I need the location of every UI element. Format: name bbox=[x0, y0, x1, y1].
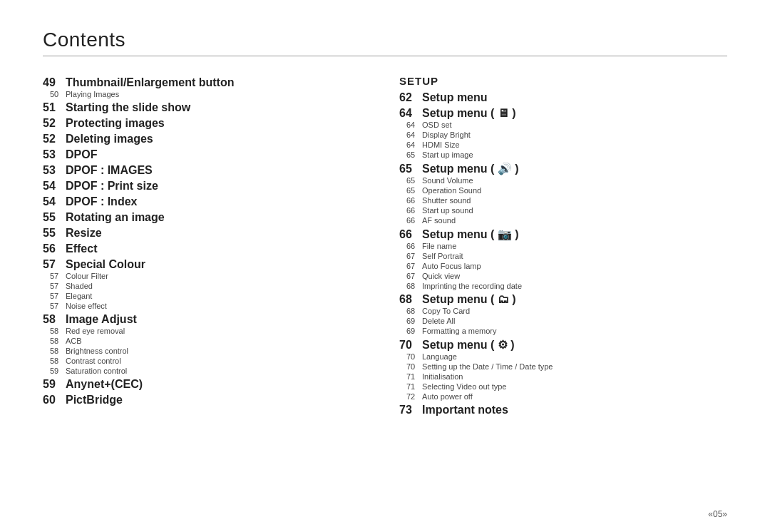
toc-num: 66 bbox=[399, 242, 422, 250]
toc-num: 64 bbox=[399, 140, 422, 149]
toc-label: Starting the slide show bbox=[66, 101, 190, 114]
toc-label: DPOF : IMAGES bbox=[66, 164, 153, 177]
toc-label: Important notes bbox=[422, 404, 508, 416]
toc-num: 57 bbox=[43, 272, 66, 280]
toc-entry: 66Start up sound bbox=[399, 206, 727, 215]
toc-entry: 60PictBridge bbox=[43, 394, 371, 406]
toc-num: 66 bbox=[399, 216, 422, 225]
toc-num: 71 bbox=[399, 382, 422, 391]
toc-entry: 68Copy To Card bbox=[399, 307, 727, 315]
toc-label: Contrast control bbox=[66, 357, 121, 365]
toc-num: 67 bbox=[399, 252, 422, 260]
toc-entry: 53DPOF bbox=[43, 148, 371, 161]
toc-entry: 65Setup menu ( 🔊 ) bbox=[399, 162, 727, 175]
toc-label: Setup menu ( 🔊 ) bbox=[422, 162, 519, 175]
toc-label: Setup menu ( 📷 ) bbox=[422, 227, 519, 241]
toc-num: 64 bbox=[399, 131, 422, 139]
toc-entry: 56Effect bbox=[43, 242, 371, 255]
toc-num: 58 bbox=[43, 327, 66, 335]
toc-num: 55 bbox=[43, 211, 66, 224]
toc-num: 51 bbox=[43, 101, 66, 114]
toc-label: Effect bbox=[66, 242, 97, 255]
toc-label: Operation Sound bbox=[422, 186, 481, 195]
toc-entry: 59Anynet+(CEC) bbox=[43, 378, 371, 391]
toc-num: 65 bbox=[399, 150, 422, 159]
toc-num: 59 bbox=[43, 367, 66, 375]
toc-num: 68 bbox=[399, 293, 422, 306]
toc-label: Elegant bbox=[66, 292, 92, 300]
left-column: 49Thumbnail/Enlargement button50Playing … bbox=[43, 73, 371, 417]
toc-entry: 54DPOF : Index bbox=[43, 195, 371, 208]
toc-entry: 69Delete All bbox=[399, 317, 727, 325]
toc-entry: 68Setup menu ( 🗂 ) bbox=[399, 293, 727, 306]
toc-num: 64 bbox=[399, 107, 422, 120]
toc-entry: 52Protecting images bbox=[43, 117, 371, 130]
toc-num: 67 bbox=[399, 262, 422, 270]
toc-entry: 54DPOF : Print size bbox=[43, 180, 371, 193]
toc-columns: 49Thumbnail/Enlargement button50Playing … bbox=[43, 73, 727, 417]
toc-num: 65 bbox=[399, 163, 422, 175]
page: Contents 49Thumbnail/Enlargement button5… bbox=[0, 0, 770, 439]
toc-entry: 52Deleting images bbox=[43, 133, 371, 145]
toc-label: Shutter sound bbox=[422, 196, 471, 205]
toc-label: Thumbnail/Enlargement button bbox=[66, 76, 234, 89]
toc-entry: 64HDMI Size bbox=[399, 140, 727, 149]
toc-label: Initialisation bbox=[422, 372, 463, 381]
toc-label: ACB bbox=[66, 337, 82, 345]
toc-num: 62 bbox=[399, 91, 422, 104]
toc-entry: 67Auto Focus lamp bbox=[399, 262, 727, 270]
toc-num: 70 bbox=[399, 362, 422, 371]
toc-entry: 57Shaded bbox=[43, 282, 371, 290]
toc-label: Start up sound bbox=[422, 206, 473, 215]
toc-label: Copy To Card bbox=[422, 307, 470, 315]
toc-label: Saturation control bbox=[66, 367, 127, 375]
toc-entry: 51Starting the slide show bbox=[43, 101, 371, 114]
toc-entry: 70Setting up the Date / Time / Date type bbox=[399, 362, 727, 371]
toc-label: Auto power off bbox=[422, 392, 473, 401]
toc-num: 68 bbox=[399, 307, 422, 315]
toc-label: OSD set bbox=[422, 121, 452, 129]
toc-entry: 66Shutter sound bbox=[399, 196, 727, 205]
toc-label: HDMI Size bbox=[422, 140, 460, 149]
toc-num: 50 bbox=[43, 90, 66, 98]
toc-num: 58 bbox=[43, 347, 66, 355]
toc-label: Protecting images bbox=[66, 117, 165, 130]
toc-entry: 58Image Adjust bbox=[43, 313, 371, 326]
toc-num: 57 bbox=[43, 302, 66, 310]
toc-label: PictBridge bbox=[66, 394, 123, 406]
toc-entry: 66File name bbox=[399, 242, 727, 250]
toc-label: Sound Volume bbox=[422, 176, 473, 185]
toc-entry: 68Imprinting the recording date bbox=[399, 282, 727, 290]
toc-label: Red eye removal bbox=[66, 327, 125, 335]
toc-entry: 71Selecting Video out type bbox=[399, 382, 727, 391]
toc-num: 57 bbox=[43, 292, 66, 300]
toc-entry: 58Contrast control bbox=[43, 357, 371, 365]
toc-entry: 62Setup menu bbox=[399, 91, 727, 104]
toc-num: 54 bbox=[43, 180, 66, 193]
toc-label: Playing Images bbox=[66, 90, 119, 98]
toc-num: 55 bbox=[43, 227, 66, 240]
toc-num: 65 bbox=[399, 186, 422, 195]
toc-num: 70 bbox=[399, 352, 422, 361]
toc-label: DPOF bbox=[66, 148, 97, 161]
toc-entry: 64OSD set bbox=[399, 121, 727, 129]
toc-label: Setup menu ( ⚙ ) bbox=[422, 338, 515, 352]
toc-num: 52 bbox=[43, 133, 66, 145]
toc-label: Shaded bbox=[66, 282, 93, 290]
toc-label: Quick view bbox=[422, 272, 460, 280]
toc-label: Deleting images bbox=[66, 133, 153, 145]
toc-label: DPOF : Index bbox=[66, 195, 137, 208]
toc-label: File name bbox=[422, 242, 456, 250]
toc-entry: 65Sound Volume bbox=[399, 176, 727, 185]
toc-num: 57 bbox=[43, 258, 66, 271]
toc-num: 52 bbox=[43, 117, 66, 130]
toc-num: 67 bbox=[399, 272, 422, 280]
toc-num: 68 bbox=[399, 282, 422, 290]
toc-label: Auto Focus lamp bbox=[422, 262, 481, 270]
toc-entry: 64Display Bright bbox=[399, 131, 727, 139]
toc-label: Setup menu ( 🗂 ) bbox=[422, 293, 516, 306]
toc-label: Setup menu bbox=[422, 91, 488, 104]
toc-entry: 58ACB bbox=[43, 337, 371, 345]
toc-num: 56 bbox=[43, 242, 66, 255]
toc-label: Setup menu ( 🖥 ) bbox=[422, 107, 516, 120]
